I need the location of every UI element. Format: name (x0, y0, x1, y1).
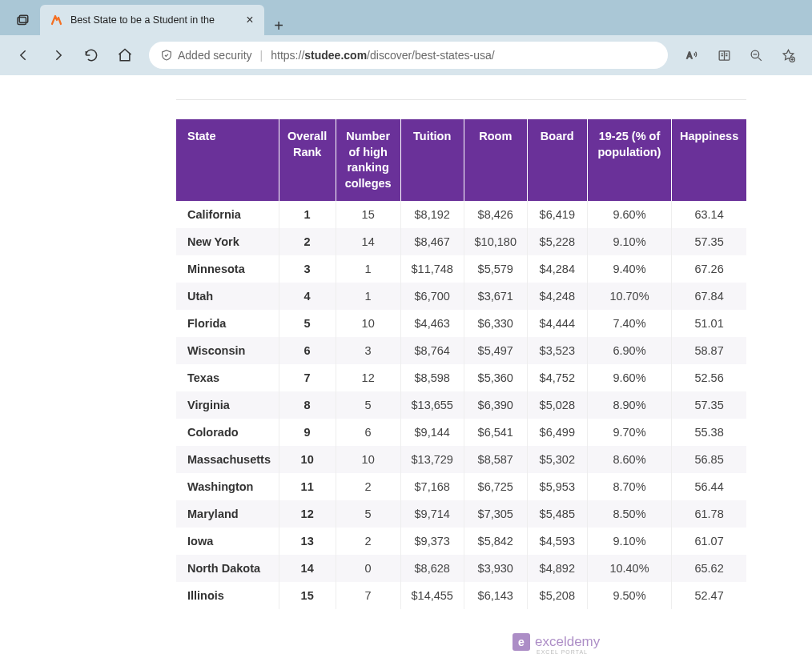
home-button[interactable] (111, 41, 139, 70)
forward-button[interactable] (43, 41, 72, 70)
column-header[interactable]: Board (527, 119, 587, 201)
browser-tab-active[interactable]: Best State to be a Student in the × (40, 5, 264, 35)
cell-pop: 8.70% (587, 473, 671, 500)
cell-tuition: $8,598 (400, 364, 464, 391)
browser-toolbar: Added security | https://studee.com/disc… (0, 35, 812, 75)
column-header[interactable]: State (176, 119, 279, 201)
close-icon[interactable]: × (243, 14, 256, 26)
cell-happy: 58.87 (672, 337, 746, 364)
cell-room: $5,360 (464, 364, 527, 391)
cell-state: Utah (176, 283, 279, 310)
cell-room: $6,330 (464, 310, 527, 337)
cell-state: California (176, 201, 279, 228)
refresh-button[interactable] (77, 41, 106, 70)
cell-state: Iowa (176, 528, 279, 555)
column-header[interactable]: 19-25 (% of population) (587, 119, 671, 201)
content-divider (176, 99, 746, 100)
cell-board: $3,523 (527, 337, 587, 364)
cell-rank: 7 (279, 364, 336, 391)
column-header[interactable]: Tuition (400, 119, 464, 201)
cell-pop: 6.90% (587, 337, 671, 364)
cell-room: $8,587 (464, 446, 527, 473)
watermark: e exceldemy EXCEL PORTAL (513, 633, 600, 651)
cell-colleges: 7 (336, 582, 400, 609)
address-bar[interactable]: Added security | https://studee.com/disc… (149, 42, 668, 69)
cell-tuition: $13,729 (400, 446, 464, 473)
security-label: Added security (178, 49, 252, 62)
back-button[interactable] (10, 41, 38, 70)
new-tab-button[interactable]: + (264, 17, 293, 35)
cell-pop: 8.60% (587, 446, 671, 473)
cell-state: Minnesota (176, 255, 279, 283)
toolbar-right: A (677, 41, 802, 70)
cell-state: Washington (176, 473, 279, 500)
table-row: Texas712$8,598$5,360$4,7529.60%52.56 (176, 364, 746, 391)
cell-room: $3,671 (464, 283, 527, 310)
cell-rank: 3 (279, 255, 336, 283)
cell-rank: 5 (279, 310, 336, 337)
column-header[interactable]: Room (464, 119, 527, 201)
cell-room: $3,930 (464, 555, 527, 582)
table-row: Colorado96$9,144$6,541$6,4999.70%55.38 (176, 419, 746, 446)
security-indicator[interactable]: Added security (160, 49, 252, 62)
read-aloud-icon[interactable]: A (677, 41, 706, 70)
cell-board: $5,028 (527, 391, 587, 419)
cell-colleges: 1 (336, 283, 400, 310)
cell-pop: 9.50% (587, 582, 671, 609)
states-table: StateOverall RankNumber of high ranking … (176, 119, 746, 609)
tab-title: Best State to be a Student in the (70, 14, 235, 26)
cell-board: $4,444 (527, 310, 587, 337)
page-content: StateOverall RankNumber of high ranking … (0, 75, 812, 609)
cell-room: $5,579 (464, 255, 527, 283)
cell-pop: 10.70% (587, 283, 671, 310)
column-header[interactable]: Happiness (672, 119, 746, 201)
cell-pop: 7.40% (587, 310, 671, 337)
cell-board: $4,892 (527, 555, 587, 582)
tabs-overview-button[interactable] (5, 6, 40, 35)
cell-room: $7,305 (464, 500, 527, 528)
cell-room: $10,180 (464, 228, 527, 255)
cell-state: New York (176, 228, 279, 255)
cell-board: $4,752 (527, 364, 587, 391)
cell-room: $8,426 (464, 201, 527, 228)
cell-happy: 67.84 (672, 283, 746, 310)
cell-room: $6,390 (464, 391, 527, 419)
table-row: New York214$8,467$10,180$5,2289.10%57.35 (176, 228, 746, 255)
cell-rank: 13 (279, 528, 336, 555)
separator: | (260, 49, 263, 62)
table-header: StateOverall RankNumber of high ranking … (176, 119, 746, 201)
cell-happy: 55.38 (672, 419, 746, 446)
table-row: Minnesota31$11,748$5,579$4,2849.40%67.26 (176, 255, 746, 283)
cell-pop: 8.50% (587, 500, 671, 528)
cell-tuition: $4,463 (400, 310, 464, 337)
cell-tuition: $14,455 (400, 582, 464, 609)
cell-state: Illinois (176, 582, 279, 609)
cell-colleges: 6 (336, 419, 400, 446)
svg-text:A: A (686, 51, 692, 60)
cell-rank: 14 (279, 555, 336, 582)
browser-chrome: Best State to be a Student in the × + Ad… (0, 0, 812, 75)
table-row: Utah41$6,700$3,671$4,24810.70%67.84 (176, 283, 746, 310)
cell-happy: 56.85 (672, 446, 746, 473)
cell-state: Virginia (176, 391, 279, 419)
cell-pop: 9.70% (587, 419, 671, 446)
cell-colleges: 2 (336, 473, 400, 500)
cell-tuition: $6,700 (400, 283, 464, 310)
cell-state: Texas (176, 364, 279, 391)
url-text: https://studee.com/discover/best-states-… (271, 49, 494, 62)
cell-colleges: 1 (336, 255, 400, 283)
cell-rank: 9 (279, 419, 336, 446)
column-header[interactable]: Overall Rank (279, 119, 336, 201)
cell-tuition: $8,764 (400, 337, 464, 364)
cell-state: North Dakota (176, 555, 279, 582)
column-header[interactable]: Number of high ranking colleges (336, 119, 400, 201)
reader-mode-icon[interactable] (709, 41, 738, 70)
table-row: Illinois157$14,455$6,143$5,2089.50%52.47 (176, 582, 746, 609)
favorites-icon[interactable] (774, 41, 802, 70)
table-row: Florida510$4,463$6,330$4,4447.40%51.01 (176, 310, 746, 337)
cell-tuition: $8,192 (400, 201, 464, 228)
cell-happy: 52.47 (672, 582, 746, 609)
zoom-out-icon[interactable] (742, 41, 770, 70)
cell-colleges: 10 (336, 446, 400, 473)
cell-rank: 4 (279, 283, 336, 310)
